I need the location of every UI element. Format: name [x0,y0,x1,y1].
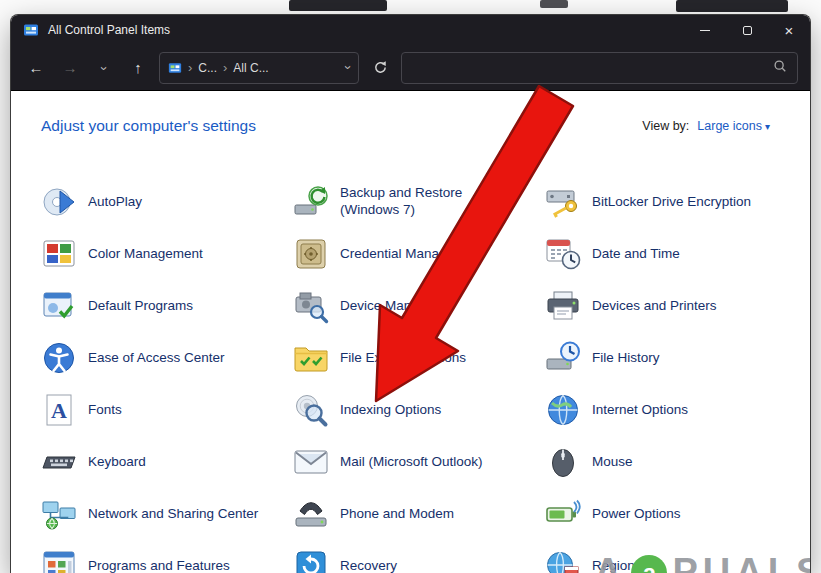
control-panel-item[interactable]: Phone and Modem [293,491,545,537]
programs-features-icon [41,548,77,573]
search-input[interactable] [412,61,765,75]
breadcrumb-all-items[interactable]: All C... [233,61,268,75]
control-panel-item[interactable]: File Explorer Options [293,335,545,381]
date-time-icon [545,236,581,272]
control-panel-item[interactable]: Programs and Features [41,543,293,573]
control-panel-item[interactable]: Devices and Printers [545,283,797,329]
control-panel-item[interactable]: Ease of Access Center [41,335,293,381]
autoplay-icon [41,184,77,220]
control-panel-item[interactable]: Mouse [545,439,797,485]
address-bar[interactable]: › C... › All C... › [159,52,359,84]
control-panel-item-label[interactable]: File Explorer Options [340,350,466,367]
color-management-icon [41,236,77,272]
control-panel-item-label[interactable]: BitLocker Drive Encryption [592,194,751,211]
control-panel-item[interactable]: AFonts [41,387,293,433]
phone-modem-icon [293,496,329,532]
background-text-fragment [676,0,788,12]
close-button[interactable]: × [768,15,810,45]
forward-button[interactable]: → [57,59,83,76]
view-by-value: Large icons [697,119,762,133]
appuals-logo-icon: a [631,555,667,573]
breadcrumb-control-panel[interactable]: C... [198,61,217,75]
control-panel-item[interactable]: BitLocker Drive Encryption [545,179,797,225]
control-panel-item-label[interactable]: Default Programs [88,298,193,315]
control-panel-item-label[interactable]: Internet Options [592,402,688,419]
address-dropdown-icon[interactable]: › [340,65,355,69]
control-panel-item-label[interactable]: File History [592,350,660,367]
control-panel-item[interactable]: Device Manager [293,283,545,329]
breadcrumb-separator-icon: › [188,60,192,75]
recent-pages-dropdown[interactable]: › [91,59,117,76]
refresh-button[interactable] [367,60,393,75]
network-sharing-icon [41,496,77,532]
control-panel-item-label[interactable]: Power Options [592,506,681,523]
appuals-watermark: A a PUALS [594,551,811,573]
control-panel-item[interactable]: Network and Sharing Center [41,491,293,537]
control-panel-item[interactable]: Keyboard [41,439,293,485]
back-button[interactable]: ← [23,59,49,76]
power-options-icon [545,496,581,532]
control-panel-item-label[interactable]: Date and Time [592,246,680,263]
titlebar[interactable]: All Control Panel Items × [11,15,810,45]
control-panel-item[interactable]: Default Programs [41,283,293,329]
watermark-text: A [594,551,626,573]
control-panel-item[interactable]: Color Management [41,231,293,277]
device-manager-icon [293,288,329,324]
view-by-dropdown[interactable]: Large icons▾ [697,119,770,133]
refresh-icon [373,60,388,75]
control-panel-item-label[interactable]: Programs and Features [88,558,230,573]
control-panel-item[interactable]: Indexing Options [293,387,545,433]
control-panel-item-label[interactable]: Indexing Options [340,402,441,419]
control-panel-item-label[interactable]: Phone and Modem [340,506,454,523]
control-panel-item-label[interactable]: Backup and Restore (Windows 7) [340,185,512,219]
chevron-down-icon: › [97,66,112,70]
control-panel-item-label[interactable]: Fonts [88,402,122,419]
content-area: Adjust your computer's settings View by:… [11,91,810,573]
control-panel-item[interactable]: File History [545,335,797,381]
control-panel-item[interactable]: Mail (Microsoft Outlook) [293,439,545,485]
control-panel-item-label[interactable]: AutoPlay [88,194,142,211]
control-panel-item[interactable]: Backup and Restore (Windows 7) [293,179,545,225]
ease-of-access-icon [41,340,77,376]
control-panel-item[interactable]: Power Options [545,491,797,537]
control-panel-item-label[interactable]: Mail (Microsoft Outlook) [340,454,483,471]
file-explorer-options-icon [293,340,329,376]
content-header: Adjust your computer's settings View by:… [11,91,810,135]
control-panel-item-label[interactable]: Devices and Printers [592,298,717,315]
background-text-fragment [289,0,387,11]
internet-options-icon [545,392,581,428]
control-panel-grid: AutoPlayBackup and Restore (Windows 7)Bi… [41,179,810,573]
control-panel-item-label[interactable]: Color Management [88,246,203,263]
control-panel-item-label[interactable]: Recovery [340,558,397,573]
watermark-text: PUALS [672,551,811,573]
control-panel-item-label[interactable]: Ease of Access Center [88,350,225,367]
control-panel-item-label[interactable]: Mouse [592,454,633,471]
file-history-icon [545,340,581,376]
control-panel-item-label[interactable]: Credential Manager [340,246,459,263]
svg-text:A: A [51,398,67,423]
region-icon [545,548,581,573]
keyboard-icon [41,444,77,480]
control-panel-item-label[interactable]: Network and Sharing Center [88,506,258,523]
breadcrumb-separator-icon: › [223,60,227,75]
bitlocker-icon [545,184,581,220]
minimize-button[interactable] [684,15,726,45]
recovery-icon [293,548,329,573]
minimize-icon [700,30,710,31]
maximize-icon [743,26,752,35]
control-panel-item[interactable]: AutoPlay [41,179,293,225]
control-panel-item[interactable]: Internet Options [545,387,797,433]
control-panel-window: All Control Panel Items × ← → › ↑ › C...… [10,14,811,573]
window-controls: × [684,15,810,45]
close-icon: × [785,23,794,38]
up-button[interactable]: ↑ [125,59,151,76]
control-panel-item[interactable]: Recovery [293,543,545,573]
search-box[interactable] [401,52,798,84]
default-programs-icon [41,288,77,324]
control-panel-item[interactable]: Credential Manager [293,231,545,277]
control-panel-item-label[interactable]: Device Manager [340,298,438,315]
indexing-options-icon [293,392,329,428]
control-panel-item[interactable]: Date and Time [545,231,797,277]
maximize-button[interactable] [726,15,768,45]
control-panel-item-label[interactable]: Keyboard [88,454,146,471]
